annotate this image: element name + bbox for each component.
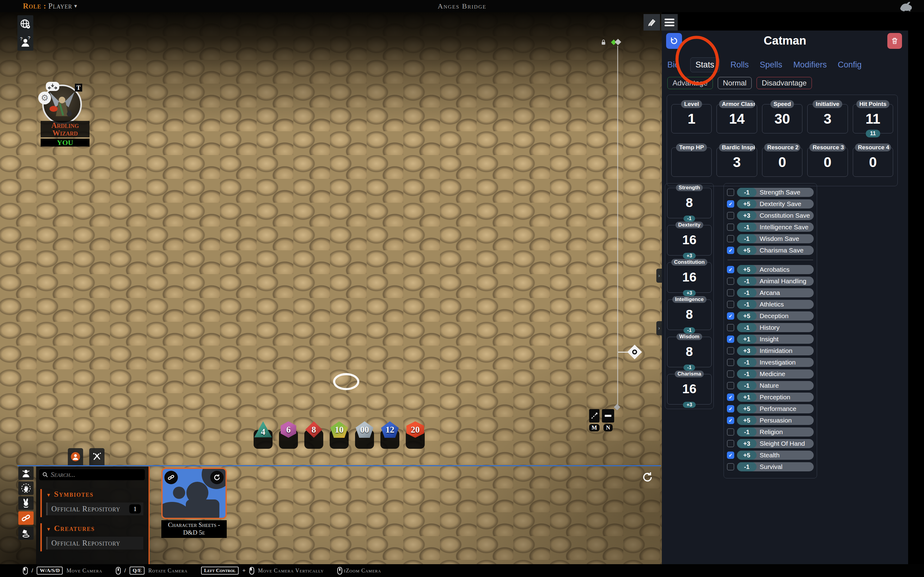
proficiency-checkbox[interactable]: ✓ (727, 266, 734, 273)
proficiency-checkbox[interactable] (727, 428, 734, 436)
skill-roll-pill[interactable]: +5Stealth (737, 451, 814, 460)
collapse-caret-icon[interactable]: ▼ (46, 527, 52, 532)
skill-roll-pill[interactable]: +1Perception (737, 393, 814, 402)
proficiency-checkbox[interactable]: ✓ (727, 417, 734, 424)
roll-mode-normal[interactable]: Normal (718, 77, 752, 89)
proficiency-checkbox[interactable] (727, 235, 734, 242)
stat-box-resource-2[interactable]: Resource 20 (762, 147, 802, 177)
world-map-button[interactable] (18, 15, 33, 33)
skill-roll-pill[interactable]: +5Deception (737, 311, 814, 321)
save-roll-pill[interactable]: -1Strength Save (737, 188, 814, 197)
tab-modifiers[interactable]: Modifiers (793, 60, 827, 69)
die-slot-d4[interactable]: 4 (254, 430, 273, 449)
stat-box-initiative[interactable]: Initiative3 (807, 104, 848, 134)
rulebook-button[interactable] (643, 14, 660, 31)
skill-roll-pill[interactable]: -1Nature (737, 381, 814, 390)
skill-roll-pill[interactable]: -1History (737, 323, 814, 332)
proficiency-checkbox[interactable] (727, 324, 734, 331)
panel-expand-arrow[interactable]: › (656, 321, 662, 335)
tab-spells[interactable]: Spells (760, 60, 782, 69)
skill-roll-pill[interactable]: -1Investigation (737, 358, 814, 367)
skill-roll-pill[interactable]: +3Intimidation (737, 346, 814, 355)
repo-item-official-repository[interactable]: Official Repository1 (46, 503, 143, 515)
library-refresh-button[interactable] (641, 471, 654, 484)
save-roll-pill[interactable]: +3Constitution Save (737, 211, 814, 220)
skill-roll-pill[interactable]: -1Athletics (737, 300, 814, 309)
stat-box-level[interactable]: Level1 (671, 104, 712, 134)
roll-mode-disadvantage[interactable]: Disadvantage (756, 77, 812, 89)
ability-intelligence[interactable]: Intelligence8-1 (667, 300, 712, 330)
stat-box-hit-points[interactable]: Hit Points1111 (853, 104, 893, 134)
stat-box-resource-3[interactable]: Resource 30 (807, 147, 848, 177)
nameplate-tool-button[interactable] (602, 409, 614, 422)
die-slot-d6[interactable]: 6 (279, 430, 298, 449)
proficiency-checkbox[interactable] (727, 301, 734, 308)
proficiency-checkbox[interactable] (727, 370, 734, 378)
stat-box-armor-class[interactable]: Armor Class14 (717, 104, 757, 134)
save-roll-pill[interactable]: +5Dexterity Save (737, 199, 814, 208)
token-settings-button[interactable]: ⚙ (38, 92, 51, 105)
panel-expand-arrow[interactable]: › (656, 269, 662, 283)
proficiency-checkbox[interactable] (727, 277, 734, 285)
menu-button[interactable] (661, 14, 678, 31)
die-slot-d00[interactable]: 00 (355, 430, 374, 449)
card-refresh-badge[interactable] (210, 471, 224, 484)
section-header-symbiotes[interactable]: ▼Symbiotes (46, 490, 149, 499)
collapse-caret-icon[interactable]: ▼ (46, 492, 52, 498)
die-slot-d12[interactable]: 12 (380, 430, 399, 449)
select-tool-button[interactable] (18, 482, 34, 495)
symbiotes-tool-button[interactable] (18, 511, 34, 525)
skill-roll-pill[interactable]: -1Animal Handling (737, 277, 814, 286)
scene-viewport[interactable]: ?? ⚙ T Ardling Wizard YOU (0, 12, 662, 565)
proficiency-checkbox[interactable] (727, 347, 734, 355)
skill-roll-pill[interactable]: +5Persuasion (737, 416, 814, 425)
minis-tool-button[interactable] (18, 466, 34, 480)
tab-rolls[interactable]: Rolls (730, 60, 749, 69)
skill-roll-pill[interactable]: +5Performance (737, 404, 814, 413)
roll-mode-advantage[interactable]: Advantage (667, 77, 713, 89)
stat-box-bardic-inspir[interactable]: Bardic Inspir3 (717, 147, 757, 177)
ability-constitution[interactable]: Constitution16+3 (667, 262, 712, 293)
creatures-tool-button[interactable] (18, 496, 34, 510)
ability-strength[interactable]: Strength8-1 (667, 188, 712, 218)
save-roll-pill[interactable]: +5Charisma Save (737, 246, 814, 255)
die-slot-d10[interactable]: 10 (330, 430, 349, 449)
die-slot-d20[interactable]: 20 (406, 430, 425, 449)
proficiency-checkbox[interactable] (727, 359, 734, 366)
repo-item-official-repository[interactable]: Official Repository (46, 537, 143, 550)
save-roll-pill[interactable]: -1Intelligence Save (737, 222, 814, 232)
skill-roll-pill[interactable]: -1Medicine (737, 369, 814, 379)
skill-roll-pill[interactable]: +5Acrobatics (737, 265, 814, 274)
proficiency-checkbox[interactable] (727, 463, 734, 471)
save-roll-pill[interactable]: -1Wisdom Save (737, 234, 814, 243)
proficiency-checkbox[interactable]: ✓ (727, 312, 734, 320)
proficiency-checkbox[interactable]: ✓ (727, 335, 734, 343)
proficiency-checkbox[interactable] (727, 289, 734, 297)
symbiote-card-character-sheets[interactable] (162, 468, 227, 519)
skill-roll-pill[interactable]: -1Survival (737, 462, 814, 471)
delete-character-button[interactable] (887, 33, 902, 49)
proficiency-checkbox[interactable]: ✓ (727, 405, 734, 413)
proficiency-checkbox[interactable]: ✓ (727, 393, 734, 401)
tab-config[interactable]: Config (838, 60, 862, 69)
token-move-badge[interactable] (46, 82, 59, 91)
props-tool-button[interactable] (18, 526, 34, 540)
search-input[interactable]: Search... (39, 469, 145, 480)
section-header-creatures[interactable]: ▼Creatures (46, 524, 149, 533)
ability-dexterity[interactable]: Dexterity16+3 (667, 225, 712, 256)
proficiency-checkbox[interactable]: ✓ (727, 247, 734, 254)
proficiency-checkbox[interactable] (727, 224, 734, 231)
die-slot-d8[interactable]: 8 (304, 430, 323, 449)
proficiency-checkbox[interactable] (727, 189, 734, 196)
skill-roll-pill[interactable]: -1Religion (737, 427, 814, 437)
tab-stats[interactable]: Stats (690, 57, 720, 73)
skill-roll-pill[interactable]: +1Insight (737, 335, 814, 344)
tab-characters[interactable] (68, 448, 83, 465)
proficiency-checkbox[interactable] (727, 382, 734, 389)
ability-charisma[interactable]: Charisma16+3 (667, 374, 712, 405)
proficiency-checkbox[interactable]: ✓ (727, 451, 734, 459)
proficiency-checkbox[interactable]: ✓ (727, 200, 734, 208)
stat-box-speed[interactable]: Speed30 (762, 104, 802, 134)
ability-wisdom[interactable]: Wisdom8-1 (667, 337, 712, 367)
proficiency-checkbox[interactable] (727, 440, 734, 447)
